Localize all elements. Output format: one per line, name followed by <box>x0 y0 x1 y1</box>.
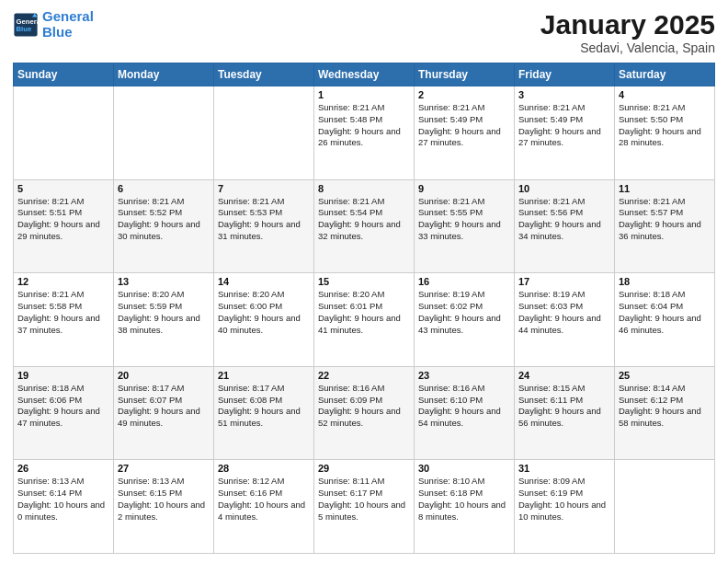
cell-info: Sunrise: 8:21 AM Sunset: 5:55 PM Dayligh… <box>418 196 510 243</box>
calendar-cell: 22Sunrise: 8:16 AM Sunset: 6:09 PM Dayli… <box>314 366 415 460</box>
calendar-cell: 18Sunrise: 8:18 AM Sunset: 6:04 PM Dayli… <box>615 273 715 367</box>
cell-day-number: 10 <box>518 183 610 194</box>
cell-day-number: 3 <box>518 89 610 100</box>
cell-info: Sunrise: 8:21 AM Sunset: 5:56 PM Dayligh… <box>518 196 610 243</box>
cell-day-number: 16 <box>418 276 510 287</box>
weekday-header: Thursday <box>415 63 515 86</box>
calendar-cell: 29Sunrise: 8:11 AM Sunset: 6:17 PM Dayli… <box>314 460 415 554</box>
calendar-cell: 7Sunrise: 8:21 AM Sunset: 5:53 PM Daylig… <box>214 179 314 273</box>
cell-info: Sunrise: 8:17 AM Sunset: 6:08 PM Dayligh… <box>218 383 310 430</box>
calendar-cell: 28Sunrise: 8:12 AM Sunset: 6:16 PM Dayli… <box>214 460 314 554</box>
calendar-cell <box>615 460 715 554</box>
calendar-week-row: 19Sunrise: 8:18 AM Sunset: 6:06 PM Dayli… <box>14 366 715 460</box>
cell-info: Sunrise: 8:20 AM Sunset: 5:59 PM Dayligh… <box>118 289 210 336</box>
calendar-cell: 26Sunrise: 8:13 AM Sunset: 6:14 PM Dayli… <box>14 460 114 554</box>
cell-info: Sunrise: 8:20 AM Sunset: 6:01 PM Dayligh… <box>318 289 410 336</box>
calendar-cell: 23Sunrise: 8:16 AM Sunset: 6:10 PM Dayli… <box>415 366 515 460</box>
calendar-cell: 9Sunrise: 8:21 AM Sunset: 5:55 PM Daylig… <box>415 179 515 273</box>
calendar-cell <box>114 86 214 180</box>
cell-info: Sunrise: 8:18 AM Sunset: 6:06 PM Dayligh… <box>17 383 109 430</box>
cell-day-number: 18 <box>619 276 711 287</box>
cell-day-number: 17 <box>518 276 610 287</box>
cell-day-number: 2 <box>418 89 510 100</box>
cell-info: Sunrise: 8:21 AM Sunset: 5:52 PM Dayligh… <box>118 196 210 243</box>
cell-info: Sunrise: 8:19 AM Sunset: 6:03 PM Dayligh… <box>518 289 610 336</box>
calendar-cell: 20Sunrise: 8:17 AM Sunset: 6:07 PM Dayli… <box>114 366 214 460</box>
calendar-cell: 30Sunrise: 8:10 AM Sunset: 6:18 PM Dayli… <box>415 460 515 554</box>
month-title: January 2025 <box>540 9 715 40</box>
calendar-cell: 31Sunrise: 8:09 AM Sunset: 6:19 PM Dayli… <box>515 460 615 554</box>
cell-info: Sunrise: 8:09 AM Sunset: 6:19 PM Dayligh… <box>518 476 610 523</box>
cell-info: Sunrise: 8:21 AM Sunset: 5:50 PM Dayligh… <box>619 102 711 149</box>
cell-day-number: 14 <box>218 276 310 287</box>
logo-line1: General <box>42 8 94 24</box>
cell-day-number: 5 <box>17 183 109 194</box>
cell-day-number: 4 <box>619 89 711 100</box>
cell-info: Sunrise: 8:21 AM Sunset: 5:58 PM Dayligh… <box>17 289 109 336</box>
cell-day-number: 24 <box>518 370 610 381</box>
calendar-week-row: 1Sunrise: 8:21 AM Sunset: 5:48 PM Daylig… <box>14 86 715 180</box>
weekday-header-row: SundayMondayTuesdayWednesdayThursdayFrid… <box>14 63 715 86</box>
calendar-cell: 24Sunrise: 8:15 AM Sunset: 6:11 PM Dayli… <box>515 366 615 460</box>
cell-info: Sunrise: 8:20 AM Sunset: 6:00 PM Dayligh… <box>218 289 310 336</box>
cell-day-number: 7 <box>218 183 310 194</box>
calendar-cell: 3Sunrise: 8:21 AM Sunset: 5:49 PM Daylig… <box>515 86 615 180</box>
calendar-cell: 6Sunrise: 8:21 AM Sunset: 5:52 PM Daylig… <box>114 179 214 273</box>
cell-info: Sunrise: 8:13 AM Sunset: 6:15 PM Dayligh… <box>118 476 210 523</box>
weekday-header: Sunday <box>14 63 114 86</box>
calendar-cell: 4Sunrise: 8:21 AM Sunset: 5:50 PM Daylig… <box>615 86 715 180</box>
cell-info: Sunrise: 8:11 AM Sunset: 6:17 PM Dayligh… <box>318 476 410 523</box>
calendar-cell <box>214 86 314 180</box>
calendar-cell: 15Sunrise: 8:20 AM Sunset: 6:01 PM Dayli… <box>314 273 415 367</box>
cell-info: Sunrise: 8:21 AM Sunset: 5:53 PM Dayligh… <box>218 196 310 243</box>
cell-day-number: 21 <box>218 370 310 381</box>
cell-day-number: 8 <box>318 183 410 194</box>
svg-text:General: General <box>17 17 40 25</box>
cell-info: Sunrise: 8:16 AM Sunset: 6:09 PM Dayligh… <box>318 383 410 430</box>
cell-day-number: 6 <box>118 183 210 194</box>
logo: General Blue General Blue <box>13 9 94 40</box>
cell-day-number: 30 <box>418 463 510 474</box>
cell-info: Sunrise: 8:10 AM Sunset: 6:18 PM Dayligh… <box>418 476 510 523</box>
calendar-cell: 14Sunrise: 8:20 AM Sunset: 6:00 PM Dayli… <box>214 273 314 367</box>
weekday-header: Tuesday <box>214 63 314 86</box>
cell-info: Sunrise: 8:21 AM Sunset: 5:49 PM Dayligh… <box>418 102 510 149</box>
cell-day-number: 25 <box>619 370 711 381</box>
calendar-week-row: 26Sunrise: 8:13 AM Sunset: 6:14 PM Dayli… <box>14 460 715 554</box>
cell-info: Sunrise: 8:21 AM Sunset: 5:51 PM Dayligh… <box>17 196 109 243</box>
cell-day-number: 11 <box>619 183 711 194</box>
cell-day-number: 28 <box>218 463 310 474</box>
cell-day-number: 31 <box>518 463 610 474</box>
cell-info: Sunrise: 8:18 AM Sunset: 6:04 PM Dayligh… <box>619 289 711 336</box>
cell-day-number: 1 <box>318 89 410 100</box>
cell-day-number: 9 <box>418 183 510 194</box>
calendar-cell: 5Sunrise: 8:21 AM Sunset: 5:51 PM Daylig… <box>14 179 114 273</box>
cell-info: Sunrise: 8:21 AM Sunset: 5:49 PM Dayligh… <box>518 102 610 149</box>
calendar-cell: 19Sunrise: 8:18 AM Sunset: 6:06 PM Dayli… <box>14 366 114 460</box>
cell-info: Sunrise: 8:17 AM Sunset: 6:07 PM Dayligh… <box>118 383 210 430</box>
title-block: January 2025 Sedavi, Valencia, Spain <box>540 9 715 55</box>
calendar-cell: 16Sunrise: 8:19 AM Sunset: 6:02 PM Dayli… <box>415 273 515 367</box>
calendar-cell: 11Sunrise: 8:21 AM Sunset: 5:57 PM Dayli… <box>615 179 715 273</box>
cell-info: Sunrise: 8:14 AM Sunset: 6:12 PM Dayligh… <box>619 383 711 430</box>
logo-text: General Blue <box>42 9 94 40</box>
calendar-week-row: 5Sunrise: 8:21 AM Sunset: 5:51 PM Daylig… <box>14 179 715 273</box>
cell-day-number: 19 <box>17 370 109 381</box>
cell-day-number: 20 <box>118 370 210 381</box>
calendar-week-row: 12Sunrise: 8:21 AM Sunset: 5:58 PM Dayli… <box>14 273 715 367</box>
calendar-cell: 27Sunrise: 8:13 AM Sunset: 6:15 PM Dayli… <box>114 460 214 554</box>
cell-day-number: 12 <box>17 276 109 287</box>
calendar-cell: 21Sunrise: 8:17 AM Sunset: 6:08 PM Dayli… <box>214 366 314 460</box>
calendar-cell: 25Sunrise: 8:14 AM Sunset: 6:12 PM Dayli… <box>615 366 715 460</box>
cell-info: Sunrise: 8:15 AM Sunset: 6:11 PM Dayligh… <box>518 383 610 430</box>
weekday-header: Wednesday <box>314 63 415 86</box>
calendar-cell: 1Sunrise: 8:21 AM Sunset: 5:48 PM Daylig… <box>314 86 415 180</box>
location-title: Sedavi, Valencia, Spain <box>540 40 715 55</box>
cell-day-number: 15 <box>318 276 410 287</box>
logo-line2: Blue <box>42 24 73 40</box>
weekday-header: Friday <box>515 63 615 86</box>
cell-info: Sunrise: 8:16 AM Sunset: 6:10 PM Dayligh… <box>418 383 510 430</box>
calendar-cell: 12Sunrise: 8:21 AM Sunset: 5:58 PM Dayli… <box>14 273 114 367</box>
cell-info: Sunrise: 8:19 AM Sunset: 6:02 PM Dayligh… <box>418 289 510 336</box>
calendar-cell: 8Sunrise: 8:21 AM Sunset: 5:54 PM Daylig… <box>314 179 415 273</box>
